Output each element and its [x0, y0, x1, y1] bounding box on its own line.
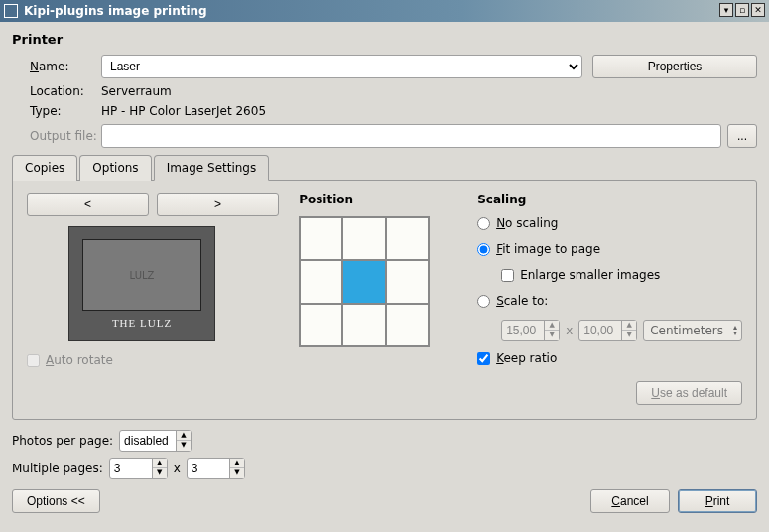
auto-rotate-checkbox[interactable]: [27, 354, 40, 367]
output-file-browse-button[interactable]: ...: [727, 124, 757, 148]
multiple-pages-rows-spin[interactable]: ▲▼: [187, 458, 245, 479]
no-scaling-row[interactable]: No scaling: [477, 216, 742, 230]
multiple-pages-label: Multiple pages:: [12, 462, 103, 475]
keep-ratio-checkbox[interactable]: [477, 352, 490, 365]
scale-to-row[interactable]: Scale to:: [477, 294, 742, 308]
chevron-updown-icon: ▴▾: [733, 325, 737, 336]
photos-per-page-spin[interactable]: ▲▼: [119, 430, 192, 452]
photos-per-page-input[interactable]: [120, 434, 176, 448]
thumbnail-caption: THE LULZ: [112, 317, 172, 329]
position-cell-8[interactable]: [386, 304, 429, 346]
scale-height-input[interactable]: [579, 324, 621, 337]
scale-unit-label: Centimeters: [650, 324, 723, 337]
scale-height-spin[interactable]: ▲▼: [578, 320, 637, 341]
print-button[interactable]: Print: [678, 489, 757, 513]
multiple-pages-cols-input[interactable]: [110, 462, 152, 475]
type-value: HP - HP Color LaserJet 2605: [101, 104, 266, 118]
spin-down-icon[interactable]: ▼: [545, 331, 559, 340]
enlarge-label: Enlarge smaller images: [520, 268, 660, 282]
tab-panel-image-settings: < > LULZ THE LULZ Auto rotate Position: [12, 180, 757, 420]
spin-up-icon[interactable]: ▲: [230, 459, 244, 468]
titlebar: Kipi-plugins image printing ▾ ▫ ✕: [0, 0, 769, 22]
spin-up-icon[interactable]: ▲: [622, 321, 636, 331]
keep-ratio-label: Keep ratio: [496, 351, 557, 365]
output-file-label: Output file:: [12, 129, 101, 143]
position-cell-7[interactable]: [342, 304, 385, 346]
position-title: Position: [299, 193, 457, 206]
spin-down-icon[interactable]: ▼: [177, 441, 191, 451]
close-button[interactable]: ✕: [751, 3, 765, 17]
auto-rotate-label: Auto rotate: [46, 353, 113, 367]
name-label: Name:: [12, 60, 101, 73]
no-scaling-radio[interactable]: [477, 217, 490, 230]
scale-x-sep: x: [566, 324, 573, 337]
spin-up-icon[interactable]: ▲: [545, 321, 559, 331]
spin-up-icon[interactable]: ▲: [153, 459, 167, 468]
next-image-button[interactable]: >: [157, 193, 279, 216]
prev-image-button[interactable]: <: [27, 193, 149, 216]
type-label: Type:: [12, 104, 101, 118]
fit-to-page-label: Fit image to page: [496, 242, 600, 256]
auto-rotate-row[interactable]: Auto rotate: [27, 353, 279, 367]
no-scaling-label: No scaling: [496, 216, 558, 230]
position-cell-0[interactable]: [300, 217, 342, 260]
multiple-pages-cols-spin[interactable]: ▲▼: [109, 458, 168, 479]
position-cell-4[interactable]: [342, 260, 385, 303]
scale-to-label: Scale to:: [496, 294, 548, 308]
position-grid: [299, 216, 430, 347]
keep-ratio-row[interactable]: Keep ratio: [477, 351, 742, 365]
spin-up-icon[interactable]: ▲: [177, 431, 191, 441]
tab-strip: Copies Options Image Settings: [12, 154, 757, 180]
enlarge-row[interactable]: Enlarge smaller images: [501, 268, 742, 282]
spin-down-icon[interactable]: ▼: [230, 468, 244, 478]
location-label: Location:: [12, 84, 101, 98]
window-body: Printer Name: Laser Properties Location:…: [0, 22, 769, 521]
scaling-title: Scaling: [477, 193, 742, 206]
minimize-button[interactable]: ▾: [719, 3, 733, 17]
thumbnail-image-area: LULZ: [82, 239, 201, 311]
position-cell-3[interactable]: [300, 260, 342, 303]
maximize-button[interactable]: ▫: [735, 3, 749, 17]
position-cell-6[interactable]: [300, 304, 342, 346]
image-thumbnail: LULZ THE LULZ: [68, 226, 215, 341]
scale-to-radio[interactable]: [477, 295, 490, 308]
photos-per-page-label: Photos per page:: [12, 434, 113, 448]
scale-width-spin[interactable]: ▲▼: [501, 320, 560, 341]
position-cell-1[interactable]: [342, 217, 385, 260]
window-title: Kipi-plugins image printing: [24, 4, 207, 18]
position-cell-5[interactable]: [386, 260, 429, 303]
cancel-button[interactable]: Cancel: [590, 489, 670, 513]
fit-to-page-radio[interactable]: [477, 243, 490, 256]
location-value: Serverraum: [101, 84, 172, 98]
enlarge-checkbox[interactable]: [501, 269, 514, 282]
position-cell-2[interactable]: [386, 217, 429, 260]
spin-down-icon[interactable]: ▼: [153, 468, 167, 478]
multiple-pages-rows-input[interactable]: [188, 462, 229, 475]
tab-options[interactable]: Options: [79, 155, 151, 181]
window-icon: [4, 4, 18, 18]
scale-unit-select[interactable]: Centimeters ▴▾: [643, 320, 742, 341]
properties-button[interactable]: Properties: [592, 55, 757, 78]
fit-to-page-row[interactable]: Fit image to page: [477, 242, 742, 256]
tab-copies[interactable]: Copies: [12, 155, 77, 181]
use-as-default-button[interactable]: Use as default: [636, 381, 742, 405]
tab-image-settings[interactable]: Image Settings: [154, 155, 270, 181]
printer-section-title: Printer: [12, 32, 757, 47]
multiple-pages-x-sep: x: [174, 462, 181, 475]
scale-width-input[interactable]: [502, 324, 544, 337]
output-file-input[interactable]: [101, 124, 721, 148]
spin-down-icon[interactable]: ▼: [622, 331, 636, 340]
printer-name-select[interactable]: Laser: [101, 55, 582, 78]
options-toggle-button[interactable]: Options <<: [12, 489, 100, 513]
